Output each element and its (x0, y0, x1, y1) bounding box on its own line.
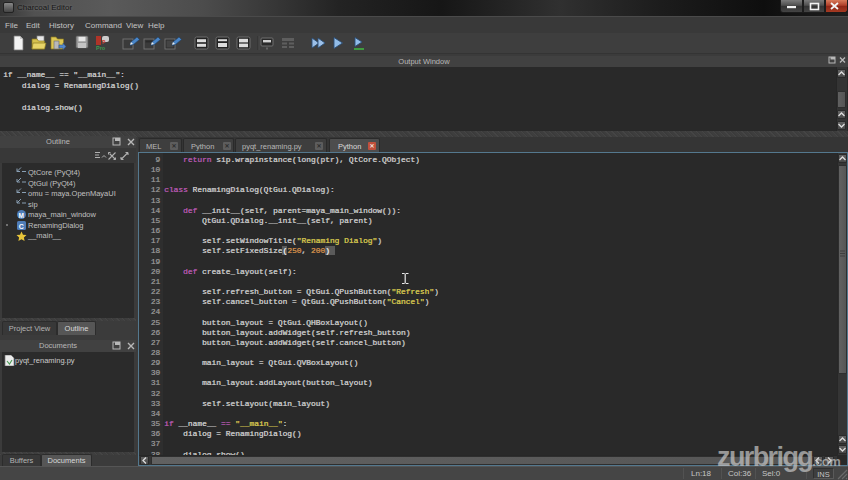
svg-text:Pro: Pro (96, 45, 106, 51)
svg-text:C: C (19, 223, 24, 230)
svg-text:M: M (19, 212, 24, 219)
